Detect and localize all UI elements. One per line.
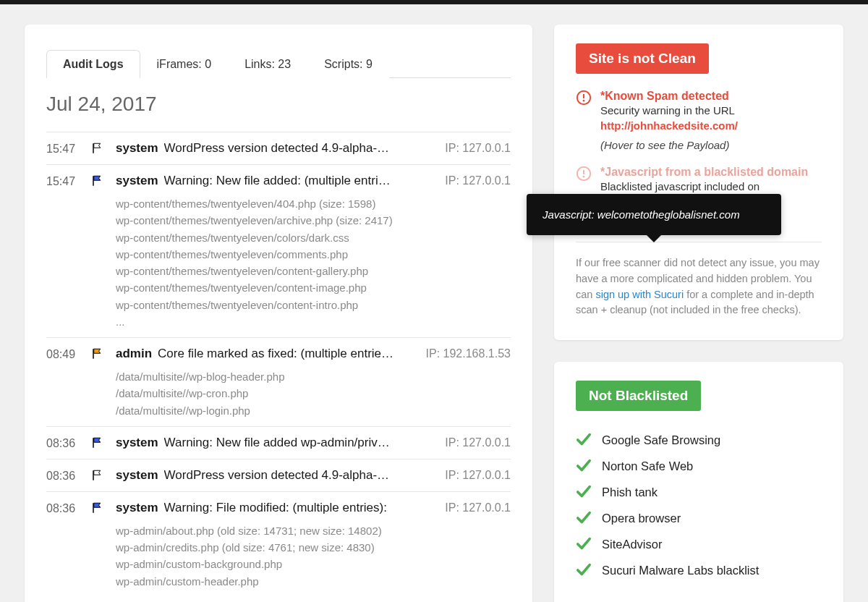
alert-title: *Javascript from a blacklisted domain xyxy=(600,166,808,179)
log-detail-line: wp-content/themes/twentyeleven/404.php (… xyxy=(116,195,511,212)
log-row[interactable]: 15:47systemWordPress version detected 4.… xyxy=(46,132,511,164)
alert-url[interactable]: http://johnhackedsite.com/ xyxy=(600,119,738,132)
check-label: SiteAdvisor xyxy=(602,538,662,551)
blacklist-checks: Google Safe BrowsingNorton Safe WebPhish… xyxy=(576,427,822,583)
log-detail-line: wp-content/themes/twentyeleven/content-g… xyxy=(116,263,511,279)
log-detail-line: /data/multisite//wp-login.php xyxy=(116,402,511,419)
log-ip: IP: 127.0.0.1 xyxy=(445,174,511,187)
log-row[interactable]: 08:36systemWordPress version detected 4.… xyxy=(46,459,511,491)
date-heading: Jul 24, 2017 xyxy=(46,93,511,116)
log-ip: IP: 127.0.0.1 xyxy=(445,501,511,514)
log-time: 08:36 xyxy=(46,468,82,484)
log-message: Warning: File modified: (multiple entrie… xyxy=(164,501,440,515)
alert-subtitle: Blacklisted javascript included on xyxy=(600,180,808,192)
log-detail-line: wp-admin/credits.php (old size: 4761; ne… xyxy=(116,539,511,556)
check-label: Norton Safe Web xyxy=(602,459,693,473)
flag-icon[interactable] xyxy=(91,142,104,155)
log-ip: IP: 127.0.0.1 xyxy=(445,469,511,482)
log-actor: system xyxy=(116,174,158,188)
tab-scripts-9[interactable]: Scripts: 9 xyxy=(307,50,389,78)
log-row[interactable]: 08:49adminCore file marked as fixed: (mu… xyxy=(46,337,511,426)
flag-icon[interactable] xyxy=(91,436,104,449)
log-detail-line: wp-content/themes/twentyeleven/comments.… xyxy=(116,246,511,263)
log-detail-line: wp-admin/about.php (old size: 14731; new… xyxy=(116,522,511,539)
log-actor: system xyxy=(116,141,158,156)
log-detail-line: wp-content/themes/twentyeleven/archive.p… xyxy=(116,212,511,229)
log-actor: system xyxy=(116,501,158,515)
check-label: Opera browser xyxy=(602,512,681,525)
svg-point-2 xyxy=(583,100,585,102)
log-detail-line: wp-content/themes/twentyeleven/content-i… xyxy=(116,279,511,296)
checkmark-icon xyxy=(576,458,592,474)
blacklist-check-item: Opera browser xyxy=(576,505,822,531)
svg-point-5 xyxy=(583,176,585,178)
log-actor: system xyxy=(116,436,158,450)
status-not-clean-badge: Site is not Clean xyxy=(576,43,709,74)
tab-iframes-0[interactable]: iFrames: 0 xyxy=(140,50,229,78)
log-row[interactable]: 08:36systemWarning: New file added wp-ad… xyxy=(46,426,511,459)
audit-log-panel: Audit LogsiFrames: 0Links: 23Scripts: 9 … xyxy=(25,25,532,602)
log-time: 08:36 xyxy=(46,501,82,590)
security-alert[interactable]: *Known Spam detectedSecurity warning in … xyxy=(576,90,822,151)
alert-title: *Known Spam detected xyxy=(600,90,738,103)
check-label: Google Safe Browsing xyxy=(602,433,720,447)
log-detail-line: /data/multisite//wp-cron.php xyxy=(116,385,511,402)
separator xyxy=(576,242,822,242)
log-details: wp-content/themes/twentyeleven/404.php (… xyxy=(116,195,511,330)
blacklist-check-item: Sucuri Malware Labs blacklist xyxy=(576,557,822,583)
flag-icon[interactable] xyxy=(91,469,104,482)
log-row[interactable]: 08:36systemWarning: File modified: (mult… xyxy=(46,491,511,597)
blacklist-check-item: Norton Safe Web xyxy=(576,453,822,479)
log-time: 15:47 xyxy=(46,174,82,330)
log-detail-line: wp-admin/custom-background.php xyxy=(116,556,511,572)
flag-icon[interactable] xyxy=(91,347,104,360)
log-ip: IP: 192.168.1.53 xyxy=(426,347,511,360)
log-actor: admin xyxy=(116,347,152,361)
site-status-card: Site is not Clean *Known Spam detectedSe… xyxy=(554,25,843,340)
helper-text: If our free scanner did not detect any i… xyxy=(576,255,822,318)
log-message: WordPress version detected 4.9-alpha-… xyxy=(164,141,440,156)
blacklist-check-item: SiteAdvisor xyxy=(576,531,822,557)
alert-icon xyxy=(576,90,592,106)
log-actor: system xyxy=(116,468,158,483)
blacklist-check-item: Google Safe Browsing xyxy=(576,427,822,453)
checkmark-icon xyxy=(576,484,592,500)
log-time: 08:49 xyxy=(46,347,82,419)
tabs: Audit LogsiFrames: 0Links: 23Scripts: 9 xyxy=(46,49,511,78)
log-message: Warning: New file added wp-admin/priv… xyxy=(164,436,440,450)
log-details: /data/multisite//wp-blog-header.php/data… xyxy=(116,368,511,419)
check-label: Sucuri Malware Labs blacklist xyxy=(602,564,759,577)
flag-icon[interactable] xyxy=(91,174,104,187)
checkmark-icon xyxy=(576,562,592,578)
log-time: 15:47 xyxy=(46,141,82,157)
log-detail-line: wp-admin/custom-header.php xyxy=(116,573,511,590)
status-not-blacklisted-badge: Not Blacklisted xyxy=(576,381,701,411)
log-ip: IP: 127.0.0.1 xyxy=(445,436,511,449)
log-list: 15:47systemWordPress version detected 4.… xyxy=(46,132,511,597)
log-details: wp-admin/about.php (old size: 14731; new… xyxy=(116,522,511,590)
log-message: Warning: New file added: (multiple entri… xyxy=(164,174,440,188)
log-message: Core file marked as fixed: (multiple ent… xyxy=(158,347,420,361)
checkmark-icon xyxy=(576,510,592,526)
blacklist-status-card: Not Blacklisted Google Safe BrowsingNort… xyxy=(554,362,843,602)
tab-links-23[interactable]: Links: 23 xyxy=(228,50,307,78)
log-detail-line: ... xyxy=(116,313,511,330)
log-ip: IP: 127.0.0.1 xyxy=(445,142,511,155)
log-time: 08:36 xyxy=(46,436,82,452)
alert-subtitle: Security warning in the URL xyxy=(600,104,738,116)
hover-note: (Hover to see the Payload) xyxy=(600,139,738,151)
tab-audit-logs[interactable]: Audit Logs xyxy=(46,50,140,78)
blacklist-check-item: Phish tank xyxy=(576,479,822,505)
flag-icon[interactable] xyxy=(91,501,104,514)
log-row[interactable]: 15:47systemWarning: New file added: (mul… xyxy=(46,164,511,337)
checkmark-icon xyxy=(576,432,592,448)
log-detail-line: /data/multisite//wp-blog-header.php xyxy=(116,368,511,385)
log-detail-line: wp-content/themes/twentyeleven/colors/da… xyxy=(116,229,511,246)
checkmark-icon xyxy=(576,536,592,552)
alert-icon xyxy=(576,166,592,182)
log-message: WordPress version detected 4.9-alpha-… xyxy=(164,468,440,483)
log-detail-line: wp-content/themes/twentyeleven/content-i… xyxy=(116,297,511,313)
check-label: Phish tank xyxy=(602,486,658,499)
payload-tooltip: Javascript: welcometotheglobalisnet.com xyxy=(527,194,781,235)
signup-link[interactable]: sign up with Sucuri xyxy=(595,289,684,300)
